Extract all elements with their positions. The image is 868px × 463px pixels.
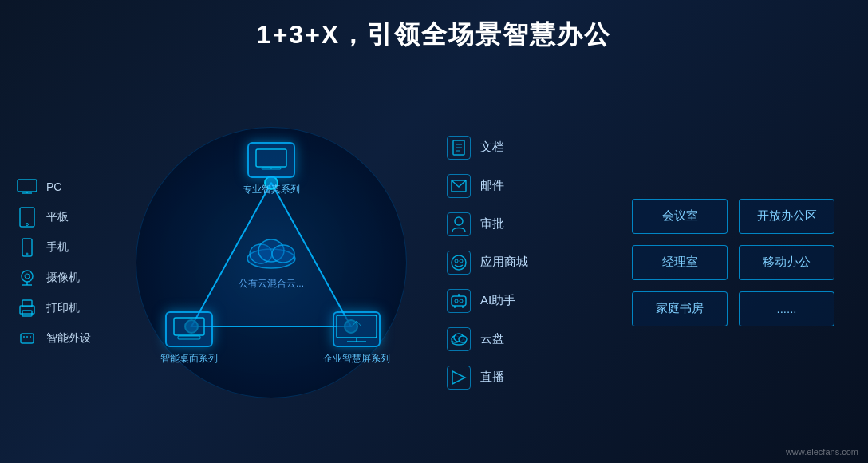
service-appstore-label: 应用商城 <box>480 255 528 270</box>
svg-rect-3 <box>20 208 34 227</box>
room-manager[interactable]: 经理室 <box>632 245 728 280</box>
device-tablet: 平板 <box>16 209 104 225</box>
cloud-text: 公有云混合云... <box>239 277 304 291</box>
right-services: 文档 邮件 审批 <box>439 61 598 463</box>
node-bottom-left-icon <box>165 311 213 347</box>
device-tablet-label: 平板 <box>46 210 69 224</box>
node-bottom-left: 智能桌面系列 <box>160 311 218 366</box>
approval-icon <box>447 212 471 236</box>
svg-rect-5 <box>22 239 32 256</box>
page-title: 1+3+X，引领全场景智慧办公 <box>0 0 868 53</box>
node-bottom-right-label: 企业智慧屏系列 <box>323 352 390 366</box>
svg-rect-14 <box>21 334 34 343</box>
svg-point-44 <box>460 259 463 263</box>
device-pc-label: PC <box>46 180 61 193</box>
watermark: www.elecfans.com <box>786 447 858 457</box>
svg-point-54 <box>459 336 467 342</box>
node-bottom-left-label: 智能桌面系列 <box>160 352 218 366</box>
peripheral-icon <box>16 330 38 346</box>
node-bottom-right-icon <box>333 311 381 347</box>
camera-icon <box>16 270 38 286</box>
center-diagram: 专业智真系列 智能桌面系列 <box>104 61 439 463</box>
service-ai: AI助手 <box>447 289 598 313</box>
cloud-center: 公有云混合云... <box>239 235 304 291</box>
service-docs: 文档 <box>447 136 598 160</box>
service-live-label: 直播 <box>480 370 504 385</box>
svg-point-35 <box>272 245 294 263</box>
service-cloud-label: 云盘 <box>480 331 504 346</box>
device-camera-label: 摄像机 <box>46 271 80 285</box>
rooms-row-2: 经理室 移动办公 <box>632 245 834 280</box>
device-peripheral: 智能外设 <box>16 330 104 346</box>
device-phone-label: 手机 <box>46 240 69 255</box>
svg-point-41 <box>455 217 463 225</box>
service-approval-label: 审批 <box>480 216 504 232</box>
service-live: 直播 <box>447 366 598 390</box>
svg-rect-26 <box>178 336 200 339</box>
service-docs-label: 文档 <box>480 140 504 155</box>
svg-point-8 <box>25 274 30 279</box>
phone-icon <box>16 239 38 255</box>
svg-rect-0 <box>18 180 37 192</box>
rooms-row-3: 家庭书房 ...... <box>632 291 834 326</box>
room-home-study[interactable]: 家庭书房 <box>632 291 728 326</box>
room-open-office[interactable]: 开放办公区 <box>739 199 834 234</box>
svg-point-46 <box>455 299 458 303</box>
right-rooms: 会议室 开放办公区 经理室 移动办公 家庭书房 ...... <box>598 61 868 463</box>
cloud-icon <box>243 235 299 271</box>
rooms-row-1: 会议室 开放办公区 <box>632 199 834 234</box>
device-pc: PC <box>16 179 104 195</box>
cloud-disk-icon <box>447 327 471 351</box>
device-peripheral-label: 智能外设 <box>46 331 91 346</box>
tablet-icon <box>16 209 38 225</box>
left-devices: PC 平板 手机 <box>0 61 104 463</box>
svg-point-6 <box>26 253 28 255</box>
svg-point-42 <box>452 255 466 270</box>
service-approval: 审批 <box>447 212 598 236</box>
svg-rect-22 <box>256 149 286 167</box>
device-phone: 手机 <box>16 239 104 255</box>
room-meeting[interactable]: 会议室 <box>632 199 728 234</box>
room-mobile-office[interactable]: 移动办公 <box>739 245 834 280</box>
svg-point-7 <box>22 271 33 282</box>
service-ai-label: AI助手 <box>480 293 515 308</box>
svg-rect-45 <box>452 296 466 306</box>
circle-background: 专业智真系列 智能桌面系列 <box>136 127 407 398</box>
live-icon <box>447 366 471 390</box>
ai-icon <box>447 289 471 313</box>
appstore-icon <box>447 251 471 275</box>
svg-point-4 <box>26 223 29 225</box>
service-email: 邮件 <box>447 174 598 198</box>
room-more[interactable]: ...... <box>739 291 834 326</box>
node-top-icon <box>247 142 295 178</box>
svg-point-43 <box>455 259 458 263</box>
printer-icon <box>16 300 38 316</box>
service-cloud: 云盘 <box>447 327 598 351</box>
node-bottom-right: 企业智慧屏系列 <box>323 311 390 366</box>
service-appstore: 应用商城 <box>447 251 598 275</box>
svg-point-47 <box>460 299 463 303</box>
device-camera: 摄像机 <box>16 270 104 286</box>
svg-marker-55 <box>452 371 465 384</box>
pc-icon <box>16 179 38 195</box>
device-printer: 打印机 <box>16 300 104 316</box>
node-top: 专业智真系列 <box>243 142 300 196</box>
device-printer-label: 打印机 <box>46 301 80 315</box>
svg-rect-27 <box>337 315 377 338</box>
docs-icon <box>447 136 471 160</box>
svg-rect-25 <box>174 318 204 335</box>
service-email-label: 邮件 <box>480 178 504 193</box>
main-content: PC 平板 手机 <box>0 61 868 463</box>
email-icon <box>447 174 471 198</box>
node-top-label: 专业智真系列 <box>243 183 300 196</box>
